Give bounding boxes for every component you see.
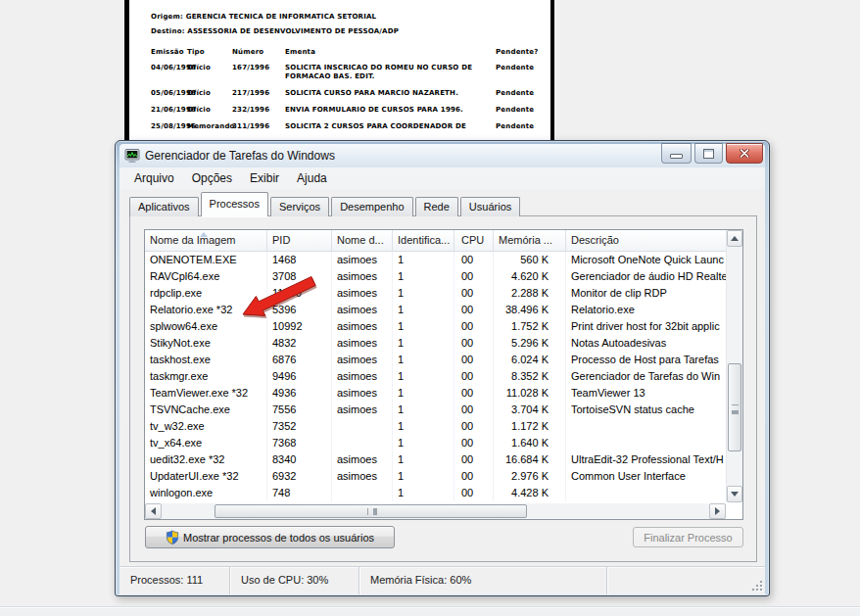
column-header[interactable]: Descrição: [566, 230, 726, 251]
column-header[interactable]: Nome d...: [332, 230, 393, 251]
cell-cpu: 00: [454, 451, 494, 468]
horizontal-scrollbar[interactable]: [145, 503, 726, 519]
annotation-arrow-icon: [235, 271, 328, 325]
cell-description: Print driver host for 32bit applic: [566, 318, 726, 335]
cell-user-name: asimoes: [332, 468, 393, 485]
cell-cpu: 00: [454, 335, 494, 352]
tab-usuários[interactable]: Usuários: [460, 197, 520, 216]
process-row[interactable]: splwow64.exe 10992 asimoes 1 00 1.752 K …: [145, 318, 726, 335]
cell-memory: 4.428 K: [494, 485, 566, 501]
cell-cpu: 00: [454, 368, 494, 385]
tab-serviços[interactable]: Serviços: [270, 197, 329, 216]
column-header[interactable]: PID: [267, 230, 332, 251]
menu-item-exibir[interactable]: Exibir: [241, 169, 288, 187]
horizontal-scroll-thumb[interactable]: [215, 504, 527, 518]
menu-item-opções[interactable]: Opções: [183, 169, 241, 187]
process-row[interactable]: tv_x64.exe 7368 1 00 1.640 K: [145, 435, 726, 451]
cell-memory: 4.620 K: [494, 268, 566, 285]
vertical-scrollbar[interactable]: [726, 230, 742, 502]
scroll-right-button[interactable]: [709, 503, 726, 519]
process-row[interactable]: TSVNCache.exe 7556 asimoes 1 00 3.704 K …: [145, 402, 726, 418]
process-row[interactable]: taskhost.exe 6876 asimoes 1 00 6.024 K P…: [145, 352, 726, 368]
process-row[interactable]: ONENOTEM.EXE 1468 asimoes 1 00 560 K Mic…: [145, 252, 726, 268]
cell-pid: 7368: [267, 435, 332, 451]
cell-cpu: 00: [454, 268, 494, 285]
cell-image-name: tv_w32.exe: [145, 418, 267, 435]
cell-session-id: 1: [393, 252, 454, 268]
process-row[interactable]: UpdaterUI.exe *32 6932 asimoes 1 00 2.97…: [145, 468, 726, 485]
cell-image-name: winlogon.exe: [145, 485, 267, 501]
doc-cell-emissao: 04/06/1996: [151, 64, 187, 72]
cell-memory: 2.976 K: [494, 468, 566, 485]
cell-user-name: asimoes: [332, 352, 393, 368]
doc-cell-emissao: 21/06/1996: [151, 106, 187, 115]
process-row[interactable]: StikyNot.exe 4832 asimoes 1 00 5.296 K N…: [145, 335, 726, 352]
tab-aplicativos[interactable]: Aplicativos: [129, 197, 199, 216]
doc-cell-numero: 232/1996: [232, 106, 285, 115]
process-row[interactable]: uedit32.exe *32 8340 asimoes 1 00 16.684…: [145, 451, 726, 468]
cell-user-name: asimoes: [332, 402, 393, 418]
scroll-up-button[interactable]: [727, 230, 742, 247]
resize-grip-icon[interactable]: [750, 579, 763, 592]
sort-ascending-icon: [200, 232, 208, 237]
cell-cpu: 00: [454, 385, 494, 402]
minimize-button[interactable]: [661, 143, 692, 164]
menu-item-ajuda[interactable]: Ajuda: [288, 169, 336, 187]
process-row[interactable]: taskmgr.exe 9496 asimoes 1 00 8.352 K Ge…: [145, 368, 726, 385]
cell-session-id: 1: [393, 318, 454, 335]
doc-header-row: EmissãoTipoNúmeroEmentaPendente?: [151, 48, 550, 56]
doc-cell-emissao: 25/08/1996: [151, 122, 187, 131]
scroll-left-button[interactable]: [145, 503, 162, 519]
tab-rede[interactable]: Rede: [415, 197, 458, 216]
menu-item-arquivo[interactable]: Arquivo: [125, 169, 183, 187]
cell-session-id: 1: [393, 418, 454, 435]
cell-description: Notas Autoadesivas: [566, 335, 726, 352]
cell-description: TeamViewer 13: [566, 385, 726, 402]
show-all-users-button[interactable]: Mostrar processos de todos os usuários: [145, 526, 395, 548]
cell-image-name: uedit32.exe *32: [145, 451, 267, 468]
process-row[interactable]: RAVCpl64.exe 3708 asimoes 1 00 4.620 K G…: [145, 268, 726, 285]
cell-memory: 560 K: [494, 252, 566, 268]
cell-memory: 6.024 K: [494, 352, 566, 368]
cell-memory: 38.496 K: [494, 302, 566, 318]
restore-icon: [703, 149, 714, 159]
cell-cpu: 00: [454, 318, 494, 335]
column-header[interactable]: CPU: [454, 230, 494, 251]
cell-pid: 6876: [267, 352, 332, 368]
cell-description: TortoiseSVN status cache: [566, 402, 726, 418]
close-button[interactable]: [726, 143, 763, 164]
cell-description: Gerenciador de áudio HD Realte: [566, 268, 726, 285]
process-row[interactable]: TeamViewer.exe *32 4936 asimoes 1 00 11.…: [145, 385, 726, 402]
cell-description: Relatorio.exe: [566, 302, 726, 318]
cell-memory: 1.752 K: [494, 318, 566, 335]
restore-button[interactable]: [694, 143, 723, 164]
tab-desempenho[interactable]: Desempenho: [331, 197, 412, 216]
doc-cell-tipo: Ofício: [187, 106, 232, 115]
cell-session-id: 1: [393, 302, 454, 318]
process-row[interactable]: tv_w32.exe 7352 1 00 1.172 K: [145, 418, 726, 435]
doc-destino-line: Destino: ASSESSORIA DE DESENVOLVIMENTO D…: [151, 27, 550, 36]
doc-row: 21/06/1996 Ofício 232/1996 ENVIA FORMULA…: [151, 106, 550, 115]
doc-cell-ementa: SOLICITA INSCRICAO DO ROMEU NO CURSO DEF…: [285, 64, 496, 81]
cell-memory: 5.296 K: [494, 335, 566, 352]
cell-session-id: 1: [393, 385, 454, 402]
cell-description: Microsoft OneNote Quick Launc: [566, 252, 726, 268]
vertical-scroll-thumb[interactable]: [728, 363, 741, 451]
cell-image-name: TSVNCache.exe: [145, 402, 267, 418]
tab-processos[interactable]: Processos: [201, 192, 268, 216]
cell-session-id: 1: [393, 352, 454, 368]
process-row[interactable]: Relatorio.exe *32 5396 asimoes 1 00 38.4…: [145, 302, 726, 318]
process-row[interactable]: rdpclip.exe 11240 asimoes 1 00 2.288 K M…: [145, 285, 726, 302]
scroll-down-button[interactable]: [727, 486, 742, 502]
process-row[interactable]: winlogon.exe 748 1 00 4.428 K: [145, 485, 726, 501]
doc-cell-ementa: ENVIA FORMULARIO DE CURSOS PARA 1996.: [285, 106, 496, 115]
doc-cell-tipo: Ofício: [187, 89, 232, 98]
doc-cell-pendente: Pendente: [496, 64, 550, 72]
process-rows: ONENOTEM.EXE 1468 asimoes 1 00 560 K Mic…: [145, 252, 726, 503]
task-manager-window: Gerenciador de Tarefas do Windows Arquiv…: [115, 140, 770, 596]
column-header[interactable]: Identifica...: [393, 230, 454, 251]
cell-session-id: 1: [393, 435, 454, 451]
column-header[interactable]: Memória ...: [494, 230, 566, 251]
cell-image-name: tv_x64.exe: [145, 435, 267, 451]
cell-pid: 748: [267, 485, 332, 501]
